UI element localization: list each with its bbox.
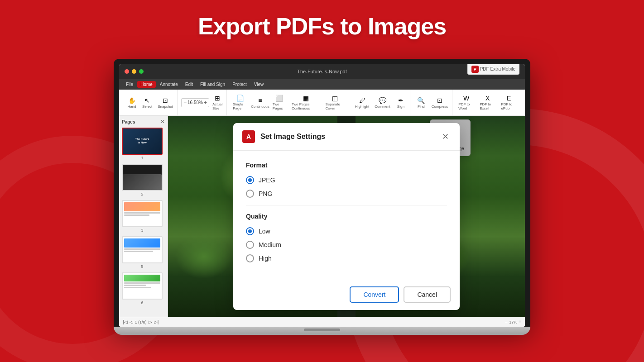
page-thumb-2[interactable]: 2 bbox=[122, 164, 163, 196]
menu-protect[interactable]: Protect bbox=[229, 81, 250, 88]
ribbon-pdf-to-word[interactable]: W PDF to Word bbox=[456, 93, 476, 112]
pdf-to-epub-label: PDF to ePub bbox=[501, 102, 517, 110]
actual-size-label: Actual Size bbox=[212, 102, 222, 110]
thumb-img-2 bbox=[122, 164, 163, 191]
quality-low-option[interactable]: Low bbox=[246, 227, 447, 235]
modal-body: Format JPEG PNG bbox=[233, 151, 460, 279]
menu-edit[interactable]: Edit bbox=[182, 81, 196, 88]
nav-last-btn[interactable]: ▷| bbox=[154, 319, 159, 324]
thumb-num-5: 5 bbox=[122, 264, 163, 269]
convert-button[interactable]: Convert bbox=[350, 286, 399, 303]
menu-view[interactable]: View bbox=[251, 81, 267, 88]
sidebar-close-btn[interactable]: ✕ bbox=[160, 119, 165, 125]
ribbon-sign[interactable]: ✒ Sign bbox=[394, 95, 408, 110]
continuous-icon: ≡ bbox=[258, 97, 262, 104]
thumb-bg-2 bbox=[123, 165, 162, 190]
two-pages-icon: ⬜ bbox=[275, 95, 283, 102]
snapshot-label: Snapshot bbox=[158, 105, 173, 109]
pdf-to-excel-label: PDF to Excel bbox=[480, 102, 495, 110]
thumb-num-6: 6 bbox=[122, 300, 163, 305]
comment-icon: 💬 bbox=[379, 97, 386, 104]
single-page-label: Single Page bbox=[233, 102, 248, 110]
app-icon: P bbox=[471, 66, 479, 73]
zoom-in-btn[interactable]: + bbox=[204, 100, 207, 105]
sep-cover-label: Separate Cover bbox=[325, 102, 345, 110]
ribbon-find[interactable]: 🔍 Find bbox=[414, 95, 428, 110]
t6-line2 bbox=[124, 285, 146, 286]
format-png-option[interactable]: PNG bbox=[246, 190, 447, 198]
zoom-percent: 17% bbox=[509, 320, 517, 324]
t3-line1 bbox=[124, 212, 160, 214]
status-right: − 17% + bbox=[505, 319, 521, 324]
nav-prev-btn[interactable]: ◁ bbox=[130, 319, 133, 324]
page-thumb-3[interactable]: 3 bbox=[122, 200, 163, 233]
quality-high-radio[interactable] bbox=[246, 254, 254, 262]
format-section-label: Format bbox=[246, 162, 447, 169]
ribbon-highlight[interactable]: 🖊 Highlight bbox=[353, 95, 371, 110]
ribbon-snapshot[interactable]: ⊡ Snapshot bbox=[155, 95, 175, 110]
ribbon-comment[interactable]: 💬 Comment bbox=[372, 95, 393, 110]
close-btn[interactable] bbox=[125, 69, 129, 74]
format-png-radio[interactable] bbox=[246, 190, 254, 198]
minimize-btn[interactable] bbox=[132, 69, 136, 74]
app-tab-label: PDF Extra Mobile bbox=[480, 67, 515, 71]
zoom-value: 16.58% bbox=[187, 100, 203, 105]
pdf-to-excel-icon: X bbox=[485, 95, 490, 102]
thumb-img-5 bbox=[122, 236, 163, 263]
ribbon-hand[interactable]: ✋ Hand bbox=[125, 95, 139, 110]
format-jpeg-option[interactable]: JPEG bbox=[246, 176, 447, 184]
maximize-btn[interactable] bbox=[139, 69, 144, 74]
menu-annotate[interactable]: Annotate bbox=[157, 81, 181, 88]
ribbon-continuous[interactable]: ≡ Continuous bbox=[251, 95, 269, 110]
select-label: Select bbox=[142, 105, 152, 109]
zoom-out-btn[interactable]: − bbox=[183, 100, 187, 105]
ribbon-two-pages[interactable]: ⬜ Two Pages bbox=[270, 93, 288, 112]
modal-header: A Set Image Settings ✕ bbox=[233, 123, 460, 151]
thumb-num-2: 2 bbox=[122, 192, 163, 196]
cancel-button[interactable]: Cancel bbox=[404, 286, 451, 303]
zoom-in-status-btn[interactable]: + bbox=[519, 319, 521, 324]
quality-low-label: Low bbox=[259, 228, 270, 235]
modal-close-btn[interactable]: ✕ bbox=[440, 131, 451, 142]
format-jpeg-radio[interactable] bbox=[246, 176, 254, 184]
nav-first-btn[interactable]: |◁ bbox=[123, 319, 128, 324]
thumb-img-area-5 bbox=[124, 238, 160, 248]
find-icon: 🔍 bbox=[417, 97, 425, 104]
zoom-control[interactable]: − 16.58% + bbox=[181, 98, 209, 107]
quality-medium-option[interactable]: Medium bbox=[246, 241, 447, 249]
ribbon-two-pages-cont[interactable]: ▦ Two Pages Continuous bbox=[289, 93, 322, 112]
ribbon-group-view: 📄 Single Page ≡ Continuous ⬜ Two Pages bbox=[229, 90, 349, 115]
ribbon-pdf-to-excel[interactable]: X PDF to Excel bbox=[477, 93, 498, 112]
ribbon-group-zoom: − 16.58% + ⊞ Actual Size bbox=[179, 90, 227, 115]
menu-fill-sign[interactable]: Fill and Sign bbox=[197, 81, 228, 88]
two-pages-cont-label: Two Pages Continuous bbox=[292, 102, 320, 110]
page-thumb-1[interactable]: The Futureis Now 1 bbox=[122, 128, 163, 160]
zoom-out-status-btn[interactable]: − bbox=[505, 319, 508, 324]
page-thumb-6[interactable]: 6 bbox=[122, 272, 163, 305]
page-title: Export PDFs to Images bbox=[0, 13, 644, 40]
quality-high-option[interactable]: High bbox=[246, 254, 447, 262]
ribbon-group-nav: ✋ Hand ↖ Select ⊡ Snapshot bbox=[123, 90, 178, 115]
ribbon-sep-cover[interactable]: ◫ Separate Cover bbox=[323, 93, 347, 112]
highlight-label: Highlight bbox=[355, 105, 369, 109]
ribbon-select[interactable]: ↖ Select bbox=[140, 95, 154, 110]
title-bar: The-Future-is-Now.pdf P PDF Extra Mobile bbox=[119, 64, 525, 79]
thumb-num-1: 1 bbox=[122, 156, 163, 160]
ribbon-actual-size[interactable]: ⊞ Actual Size bbox=[210, 93, 225, 112]
thumb-bg-3 bbox=[123, 201, 162, 226]
ribbon-compress[interactable]: ⊡ Compress bbox=[429, 95, 450, 110]
ribbon-single-page[interactable]: 📄 Single Page bbox=[231, 93, 250, 112]
pdf-to-epub-icon: E bbox=[507, 95, 511, 102]
page-thumb-5[interactable]: 5 bbox=[122, 236, 163, 269]
pdf-to-word-icon: W bbox=[463, 95, 469, 102]
menu-file[interactable]: File bbox=[123, 81, 136, 88]
quality-low-radio[interactable] bbox=[246, 227, 254, 235]
nav-next-btn[interactable]: ▷ bbox=[149, 319, 152, 324]
page-info: 1 (1/8) bbox=[135, 320, 147, 324]
continuous-label: Continuous bbox=[251, 105, 269, 109]
ribbon-pdf-to-epub[interactable]: E PDF to ePub bbox=[499, 93, 519, 112]
ribbon-group-find: 🔍 Find ⊡ Compress bbox=[412, 90, 452, 115]
format-jpeg-label: JPEG bbox=[259, 176, 275, 184]
menu-home[interactable]: Home bbox=[137, 81, 156, 88]
quality-medium-radio[interactable] bbox=[246, 241, 254, 249]
